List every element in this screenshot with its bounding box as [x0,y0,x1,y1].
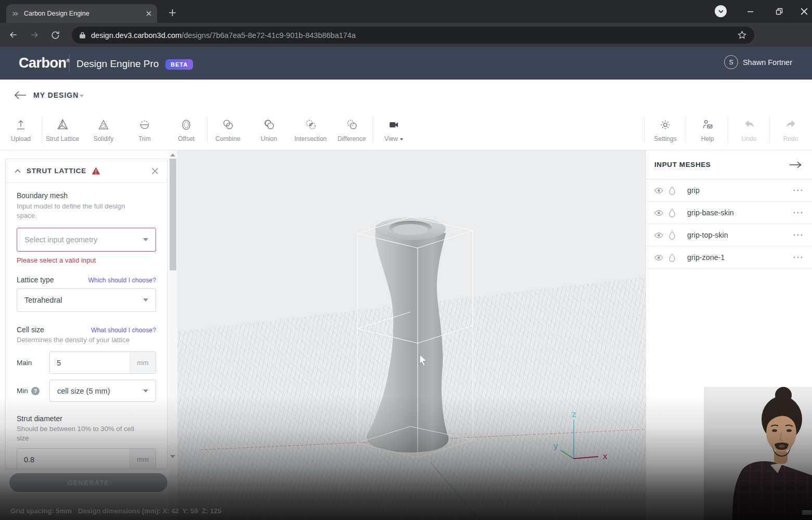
min-cell-size-select[interactable]: cell size (5 mm) [49,380,156,402]
window-restore-button[interactable] [771,4,787,19]
redo-button[interactable]: Redo [770,118,811,145]
address-bar[interactable]: design.dev3.carbon3d.com/designs/7b6a7ea… [72,27,754,44]
upload-button[interactable]: Upload [1,118,41,145]
user-name: Shawn Fortner [743,58,792,67]
strut-lattice-panel: STRUT LATTICE Boundary mesh Input model … [5,159,167,469]
combine-button[interactable]: Combine [208,118,248,145]
window-close-button[interactable] [796,4,812,19]
video-ui-fragment [802,510,811,515]
visibility-eye-icon[interactable] [654,232,663,239]
tab-title: Carbon Design Engine [24,10,146,17]
boundary-mesh-error: Please select a valid input [17,256,156,264]
visibility-eye-icon[interactable] [654,187,663,194]
toolbar-separator [728,116,728,144]
settings-button[interactable]: Settings [645,118,686,145]
solidify-icon [83,118,124,132]
user-avatar[interactable]: S [724,55,738,69]
axis-z-label: z [572,409,576,419]
svg-text:?: ? [34,388,37,394]
mesh-row-grip-base-skin[interactable]: grip-base-skin [646,202,812,224]
mesh-options-icon[interactable] [793,189,803,191]
lock-icon [79,31,86,39]
grid-spacing-status: Grid spacing: 5mm [10,507,72,515]
scrollbar-down-arrow[interactable] [170,455,175,458]
intersection-button[interactable]: Intersection [290,118,331,145]
visibility-eye-icon[interactable] [654,254,663,261]
mesh-droplet-icon [668,253,676,262]
toolbar-separator [769,116,770,144]
union-button[interactable]: Union [249,118,289,145]
media-controls-button[interactable] [715,5,727,17]
toolbar-separator [644,116,645,144]
solidify-button[interactable]: Solidify [83,118,124,145]
view-caret-icon [400,138,403,140]
help-button[interactable]: Help [687,118,728,145]
mesh-row-grip[interactable]: grip [646,179,812,202]
cell-size-help-link[interactable]: What should I choose? [91,327,156,334]
mesh-name: grip [687,186,700,194]
scrollbar-thumb[interactable] [170,159,176,270]
cell-size-label: Cell size [17,326,44,334]
mesh-options-icon[interactable] [793,234,803,236]
beta-badge: BETA [165,59,193,70]
panel-scrollbar[interactable] [169,150,177,520]
toolbar: Upload Strut Lattice Solidify Trim Offse… [0,111,812,150]
design-title-caret-icon[interactable] [80,95,84,97]
mesh-row-grip-top-skin[interactable]: grip-top-skin [646,224,812,246]
breadcrumb: MY DESIGN [0,80,812,111]
boundary-mesh-select[interactable]: Select input geometry [17,228,156,252]
view-button[interactable]: View [373,118,414,145]
trim-button[interactable]: Trim [124,118,165,145]
window-minimize-button[interactable] [742,4,758,19]
visibility-eye-icon[interactable] [654,210,663,216]
min-cell-size-value: cell size (5 mm) [57,387,110,395]
question-circle-icon[interactable]: ? [31,387,40,395]
mesh-row-grip-zone-1[interactable]: grip-zone-1 [646,246,812,269]
collapse-panel-arrow-icon[interactable] [789,161,802,168]
view-icon [373,118,414,132]
input-meshes-title: INPUT MESHES [654,161,711,168]
strut-lattice-button[interactable]: Strut Lattice [42,118,83,145]
scrollbar-up-arrow[interactable] [170,153,175,157]
header-divider [69,54,70,72]
main-cell-size-unit: mm [130,352,156,373]
generate-button[interactable]: GENERATE [9,473,167,492]
main-cell-size-input[interactable] [50,352,130,373]
lattice-type-label: Lattice type [17,276,54,284]
strut-diameter-label: Strut diameter [17,414,156,423]
forward-button[interactable] [27,28,42,42]
mesh-droplet-icon [668,231,676,240]
user-menu[interactable]: S Shawn Fortner [724,55,792,69]
mesh-name: grip-top-skin [687,231,728,239]
bookmark-star-icon[interactable] [737,30,747,40]
favicon-icon [11,10,19,18]
mesh-options-icon[interactable] [793,256,803,258]
new-tab-button[interactable] [165,6,179,19]
back-arrow-icon[interactable] [14,89,27,101]
tab-close-icon[interactable] [146,10,152,17]
input-meshes-header: INPUT MESHES [646,150,812,179]
lattice-type-value: Tetrahedral [24,296,62,304]
url-domain: design.dev3.carbon3d.com [91,31,182,40]
lattice-type-select[interactable]: Tetrahedral [17,288,156,312]
lattice-type-help-link[interactable]: Which should I choose? [88,277,156,284]
offset-icon [166,118,207,132]
strut-diameter-input[interactable] [17,449,130,469]
product-title: Design Engine Pro [76,58,159,70]
boundary-mesh-placeholder: Select input geometry [24,236,97,244]
mesh-options-icon[interactable] [793,212,803,214]
reload-button[interactable] [48,28,62,42]
design-title[interactable]: MY DESIGN [33,91,79,99]
boundary-mesh-label: Boundary mesh [17,191,156,200]
browser-tab[interactable]: Carbon Design Engine [6,4,157,23]
close-icon[interactable] [151,167,159,175]
back-button[interactable] [6,28,21,42]
chevron-down-icon [143,298,148,302]
toolbar-separator [372,116,373,144]
browser-url-bar: design.dev3.carbon3d.com/designs/7b6a7ea… [0,23,812,47]
undo-button[interactable]: Undo [729,118,769,145]
collapse-chevron-icon[interactable] [14,168,21,174]
difference-button[interactable]: Difference [331,118,372,145]
offset-button[interactable]: Offset [166,118,207,145]
url-path: /designs/7b6a7ea5-8e72-41c9-901b-843b86b… [182,31,356,40]
